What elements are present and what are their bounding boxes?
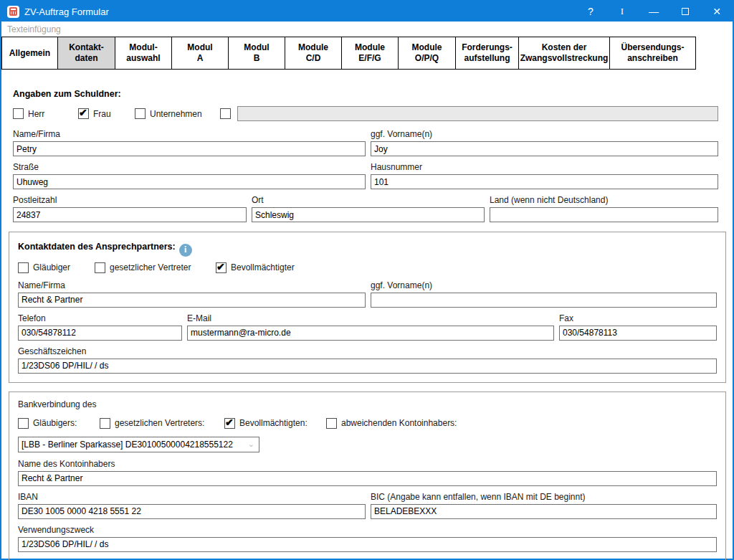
ap-vorname-input[interactable] [371,293,717,308]
plz-input[interactable] [13,207,247,222]
glaeubigers-checkbox[interactable] [18,418,29,429]
kontoinhaber-label: Name des Kontoinhabers [18,459,717,469]
telefon-input[interactable] [18,326,182,341]
help-button[interactable]: ? [575,1,606,22]
strasse-input[interactable] [13,174,366,189]
geschaeftszeichen-label: Geschäftszeichen [18,346,717,356]
checkbox-bevollmaechtigten[interactable]: Bevollmächtigten: [224,418,321,429]
tab-bar: Allgemein Kontakt-daten Modul-auswahl Mo… [2,37,733,70]
titlebar: ZV-Auftrag Formular ? I — ✕ [1,1,733,22]
tab-uebersendungsanschreiben[interactable]: Übersendungs-anschreiben [609,37,696,70]
checkbox-bevollmaechtigter[interactable]: Bevollmächtigter [216,262,295,273]
menu-texteinfuegung[interactable]: Texteinfügung [7,24,61,34]
frau-checkbox[interactable] [78,108,89,119]
tab-modulauswahl[interactable]: Modul-auswahl [115,37,172,70]
tab-forderungsaufstellung[interactable]: Forderungs-aufstellung [455,37,519,70]
custom-anrede-input [237,106,718,121]
hausnummer-label: Hausnummer [371,162,718,172]
unternehmen-checkbox[interactable] [135,108,146,119]
glaeubiger-checkbox[interactable] [18,262,29,273]
herr-checkbox[interactable] [13,108,24,119]
plz-label: Postleitzahl [13,195,247,205]
tab-modul-b[interactable]: ModulB [228,37,285,70]
checkbox-gesetzlichen-vertreters[interactable]: gesetzlichen Vertreters: [100,418,219,429]
checkbox-gesetzlicher-vertreter[interactable]: gesetzlicher Vertreter [95,262,211,273]
checkbox-glaeubigers[interactable]: Gläubigers: [18,418,95,429]
email-input[interactable] [187,326,554,341]
geschaeftszeichen-input[interactable] [18,359,717,374]
bevollmaechtigter-checkbox[interactable] [216,262,227,273]
name-firma-label: Name/Firma [13,129,366,139]
tab-kosten-zwangsvollstreckung[interactable]: Kosten derZwangsvollstreckung [518,37,610,70]
verwendungszweck-input[interactable] [18,537,717,552]
checkbox-glaeubiger[interactable]: Gläubiger [18,262,90,273]
verwendungszweck-label: Verwendungszweck [18,525,717,535]
iban-input[interactable] [18,504,366,519]
ort-label: Ort [252,195,485,205]
kontoinhaber-input[interactable] [18,471,717,486]
checkbox-abweichenden-kontoinhabers[interactable]: abweichenden Kontoinhabers: [326,418,457,429]
telefon-label: Telefon [18,313,182,323]
vertreter-checkbox[interactable] [95,262,105,273]
ansprechpartner-groupbox: Kontaktdaten des Ansprechpartners:i Gläu… [9,232,726,383]
zv-auftrag-window: ZV-Auftrag Formular ? I — ✕ Texteinfügun… [0,0,734,560]
fax-label: Fax [559,313,717,323]
close-button[interactable]: ✕ [701,1,733,22]
maximize-icon [682,8,689,15]
konto-dropdown[interactable]: [LBB - Berliner Sparkasse] DE30100500004… [18,437,259,452]
bankverbindung-groupbox: Bankverbindung des Gläubigers: gesetzlic… [9,391,726,560]
window-title: ZV-Auftrag Formular [24,6,109,17]
vertreters-checkbox[interactable] [100,418,110,429]
maximize-button[interactable] [669,1,701,22]
form-content: Angaben zum Schuldner: Herr Frau Unterne… [1,70,733,560]
ap-vorname-label: ggf. Vorname(n) [371,280,717,290]
land-label: Land (wenn nicht Deutschland) [490,195,718,205]
tab-module-efg[interactable]: ModuleE/F/G [341,37,399,70]
kontoinhabers-checkbox[interactable] [326,418,337,429]
bic-input[interactable] [371,504,717,519]
app-icon [7,6,19,18]
hausnummer-input[interactable] [371,174,718,189]
ap-name-label: Name/Firma [18,280,366,290]
tab-kontaktdaten[interactable]: Kontakt-daten [57,37,115,70]
tab-allgemein[interactable]: Allgemein [1,37,58,70]
ansprechpartner-heading: Kontaktdaten des Ansprechpartners: [18,242,176,252]
vorname-input[interactable] [371,141,718,156]
chevron-down-icon: ⌄ [248,440,254,449]
tab-modul-a[interactable]: ModulA [171,37,229,70]
info-icon[interactable]: i [179,244,192,257]
tab-module-cd[interactable]: ModuleC/D [285,37,342,70]
info-button[interactable]: I [606,1,638,22]
strasse-label: Straße [13,162,366,172]
bic-label: BIC (Angabe kann entfallen, wenn IBAN mi… [371,492,717,502]
tab-module-opq[interactable]: ModuleO/P/Q [398,37,456,70]
checkbox-herr[interactable]: Herr [13,108,73,119]
schuldner-heading: Angaben zum Schuldner: [13,89,718,99]
checkbox-frau[interactable]: Frau [78,108,130,119]
vorname-label: ggf. Vorname(n) [371,129,718,139]
minimize-button[interactable]: — [638,1,669,22]
menubar: Texteinfügung [1,22,733,37]
bevollmaechtigten-checkbox[interactable] [224,418,235,429]
iban-label: IBAN [18,492,366,502]
ap-name-input[interactable] [18,293,366,308]
ort-input[interactable] [252,207,485,222]
custom-anrede-checkbox[interactable] [220,108,231,119]
name-firma-input[interactable] [13,141,366,156]
checkbox-unternehmen[interactable]: Unternehmen [135,108,215,119]
bankverbindung-heading: Bankverbindung des [18,399,717,409]
email-label: E-Mail [187,313,554,323]
land-input[interactable] [490,207,718,222]
fax-input[interactable] [559,326,717,341]
